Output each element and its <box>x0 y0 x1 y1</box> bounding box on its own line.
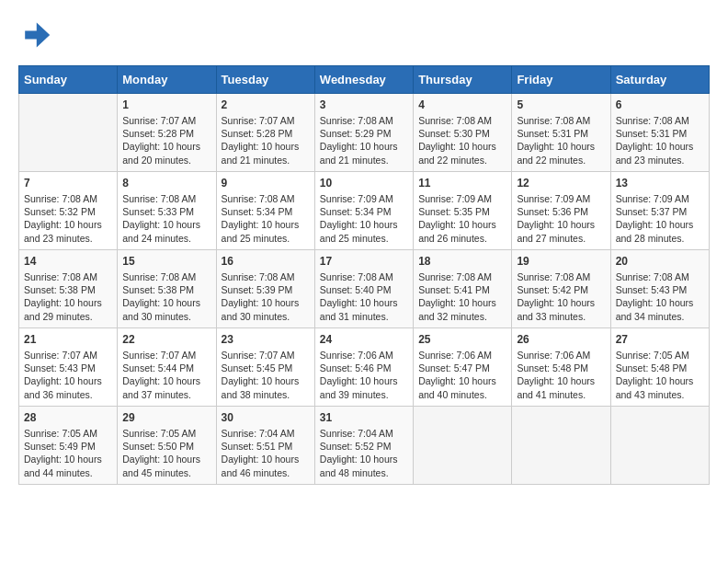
day-number: 6 <box>616 98 704 111</box>
calendar-cell: 4Sunrise: 7:08 AM Sunset: 5:30 PM Daylig… <box>414 94 512 172</box>
day-info: Sunrise: 7:08 AM Sunset: 5:43 PM Dayligh… <box>616 270 704 323</box>
day-info: Sunrise: 7:06 AM Sunset: 5:48 PM Dayligh… <box>517 349 605 401</box>
calendar-cell: 25Sunrise: 7:06 AM Sunset: 5:47 PM Dayli… <box>414 328 512 407</box>
day-info: Sunrise: 7:08 AM Sunset: 5:39 PM Dayligh… <box>222 270 310 323</box>
calendar-cell <box>19 94 118 172</box>
calendar-cell: 5Sunrise: 7:08 AM Sunset: 5:31 PM Daylig… <box>512 94 610 172</box>
svg-marker-0 <box>25 23 50 48</box>
calendar-cell: 3Sunrise: 7:08 AM Sunset: 5:29 PM Daylig… <box>314 94 413 172</box>
day-number: 10 <box>320 177 408 190</box>
calendar-cell: 24Sunrise: 7:06 AM Sunset: 5:46 PM Dayli… <box>314 328 413 407</box>
day-info: Sunrise: 7:05 AM Sunset: 5:48 PM Dayligh… <box>616 349 704 401</box>
header-monday: Monday <box>118 66 216 94</box>
calendar-cell: 6Sunrise: 7:08 AM Sunset: 5:31 PM Daylig… <box>610 94 709 172</box>
day-number: 31 <box>320 411 408 424</box>
day-number: 15 <box>122 255 210 268</box>
day-info: Sunrise: 7:05 AM Sunset: 5:49 PM Dayligh… <box>24 427 112 479</box>
calendar-cell <box>512 407 610 485</box>
day-info: Sunrise: 7:07 AM Sunset: 5:28 PM Dayligh… <box>222 114 310 167</box>
day-number: 8 <box>122 177 210 190</box>
calendar-cell: 20Sunrise: 7:08 AM Sunset: 5:43 PM Dayli… <box>610 250 709 328</box>
day-number: 18 <box>418 255 506 268</box>
day-number: 1 <box>122 98 210 111</box>
calendar-cell: 15Sunrise: 7:08 AM Sunset: 5:38 PM Dayli… <box>118 250 216 328</box>
day-info: Sunrise: 7:08 AM Sunset: 5:38 PM Dayligh… <box>24 270 112 323</box>
day-info: Sunrise: 7:08 AM Sunset: 5:41 PM Dayligh… <box>418 270 506 323</box>
calendar-cell: 2Sunrise: 7:07 AM Sunset: 5:28 PM Daylig… <box>216 94 314 172</box>
day-info: Sunrise: 7:08 AM Sunset: 5:38 PM Dayligh… <box>122 270 210 323</box>
day-info: Sunrise: 7:08 AM Sunset: 5:32 PM Dayligh… <box>24 192 112 245</box>
calendar-cell: 14Sunrise: 7:08 AM Sunset: 5:38 PM Dayli… <box>19 250 118 328</box>
calendar-week-5: 28Sunrise: 7:05 AM Sunset: 5:49 PM Dayli… <box>19 407 710 485</box>
calendar-cell: 1Sunrise: 7:07 AM Sunset: 5:28 PM Daylig… <box>118 94 216 172</box>
calendar-cell: 8Sunrise: 7:08 AM Sunset: 5:33 PM Daylig… <box>118 172 216 250</box>
day-number: 28 <box>24 411 112 424</box>
calendar-cell: 7Sunrise: 7:08 AM Sunset: 5:32 PM Daylig… <box>19 172 118 250</box>
calendar-cell: 22Sunrise: 7:07 AM Sunset: 5:44 PM Dayli… <box>118 328 216 407</box>
day-number: 2 <box>222 98 310 111</box>
calendar-cell: 11Sunrise: 7:09 AM Sunset: 5:35 PM Dayli… <box>414 172 512 250</box>
calendar-cell <box>610 407 709 485</box>
calendar-cell: 30Sunrise: 7:04 AM Sunset: 5:51 PM Dayli… <box>216 407 314 485</box>
header-saturday: Saturday <box>610 66 709 94</box>
calendar-cell <box>414 407 512 485</box>
logo-icon <box>18 18 51 52</box>
header-tuesday: Tuesday <box>216 66 314 94</box>
day-info: Sunrise: 7:06 AM Sunset: 5:47 PM Dayligh… <box>418 349 506 401</box>
calendar-cell: 29Sunrise: 7:05 AM Sunset: 5:50 PM Dayli… <box>118 407 216 485</box>
calendar-cell: 28Sunrise: 7:05 AM Sunset: 5:49 PM Dayli… <box>19 407 118 485</box>
calendar-cell: 26Sunrise: 7:06 AM Sunset: 5:48 PM Dayli… <box>512 328 610 407</box>
day-info: Sunrise: 7:06 AM Sunset: 5:46 PM Dayligh… <box>320 349 408 401</box>
page-header <box>18 18 710 52</box>
day-info: Sunrise: 7:08 AM Sunset: 5:34 PM Dayligh… <box>222 192 310 245</box>
calendar-cell: 27Sunrise: 7:05 AM Sunset: 5:48 PM Dayli… <box>610 328 709 407</box>
day-info: Sunrise: 7:08 AM Sunset: 5:29 PM Dayligh… <box>320 114 408 167</box>
day-info: Sunrise: 7:08 AM Sunset: 5:30 PM Dayligh… <box>418 114 506 167</box>
day-info: Sunrise: 7:07 AM Sunset: 5:45 PM Dayligh… <box>222 349 310 401</box>
header-wednesday: Wednesday <box>314 66 413 94</box>
day-number: 25 <box>418 333 506 346</box>
day-info: Sunrise: 7:09 AM Sunset: 5:37 PM Dayligh… <box>616 192 704 245</box>
day-number: 23 <box>222 333 310 346</box>
day-number: 5 <box>517 98 605 111</box>
calendar-header-row: SundayMondayTuesdayWednesdayThursdayFrid… <box>19 66 710 94</box>
day-number: 19 <box>517 255 605 268</box>
day-number: 12 <box>517 177 605 190</box>
day-number: 16 <box>222 255 310 268</box>
day-number: 22 <box>122 333 210 346</box>
day-info: Sunrise: 7:08 AM Sunset: 5:31 PM Dayligh… <box>517 114 605 167</box>
calendar-week-3: 14Sunrise: 7:08 AM Sunset: 5:38 PM Dayli… <box>19 250 710 328</box>
header-friday: Friday <box>512 66 610 94</box>
calendar-week-4: 21Sunrise: 7:07 AM Sunset: 5:43 PM Dayli… <box>19 328 710 407</box>
day-number: 3 <box>320 98 408 111</box>
day-number: 17 <box>320 255 408 268</box>
logo <box>18 18 57 52</box>
day-info: Sunrise: 7:09 AM Sunset: 5:36 PM Dayligh… <box>517 192 605 245</box>
day-info: Sunrise: 7:09 AM Sunset: 5:35 PM Dayligh… <box>418 192 506 245</box>
day-info: Sunrise: 7:08 AM Sunset: 5:31 PM Dayligh… <box>616 114 704 167</box>
day-number: 27 <box>616 333 704 346</box>
calendar-cell: 21Sunrise: 7:07 AM Sunset: 5:43 PM Dayli… <box>19 328 118 407</box>
day-number: 30 <box>222 411 310 424</box>
day-info: Sunrise: 7:05 AM Sunset: 5:50 PM Dayligh… <box>122 427 210 479</box>
calendar-week-2: 7Sunrise: 7:08 AM Sunset: 5:32 PM Daylig… <box>19 172 710 250</box>
calendar-cell: 13Sunrise: 7:09 AM Sunset: 5:37 PM Dayli… <box>610 172 709 250</box>
day-number: 29 <box>122 411 210 424</box>
calendar-cell: 10Sunrise: 7:09 AM Sunset: 5:34 PM Dayli… <box>314 172 413 250</box>
header-thursday: Thursday <box>414 66 512 94</box>
day-number: 24 <box>320 333 408 346</box>
calendar-cell: 19Sunrise: 7:08 AM Sunset: 5:42 PM Dayli… <box>512 250 610 328</box>
day-number: 20 <box>616 255 704 268</box>
calendar-cell: 17Sunrise: 7:08 AM Sunset: 5:40 PM Dayli… <box>314 250 413 328</box>
calendar-week-1: 1Sunrise: 7:07 AM Sunset: 5:28 PM Daylig… <box>19 94 710 172</box>
calendar-cell: 9Sunrise: 7:08 AM Sunset: 5:34 PM Daylig… <box>216 172 314 250</box>
day-number: 11 <box>418 177 506 190</box>
day-number: 13 <box>616 177 704 190</box>
calendar-cell: 16Sunrise: 7:08 AM Sunset: 5:39 PM Dayli… <box>216 250 314 328</box>
day-info: Sunrise: 7:08 AM Sunset: 5:33 PM Dayligh… <box>122 192 210 245</box>
day-info: Sunrise: 7:09 AM Sunset: 5:34 PM Dayligh… <box>320 192 408 245</box>
day-info: Sunrise: 7:07 AM Sunset: 5:44 PM Dayligh… <box>122 349 210 401</box>
day-info: Sunrise: 7:07 AM Sunset: 5:43 PM Dayligh… <box>24 349 112 401</box>
calendar-cell: 31Sunrise: 7:04 AM Sunset: 5:52 PM Dayli… <box>314 407 413 485</box>
day-info: Sunrise: 7:04 AM Sunset: 5:51 PM Dayligh… <box>222 427 310 479</box>
